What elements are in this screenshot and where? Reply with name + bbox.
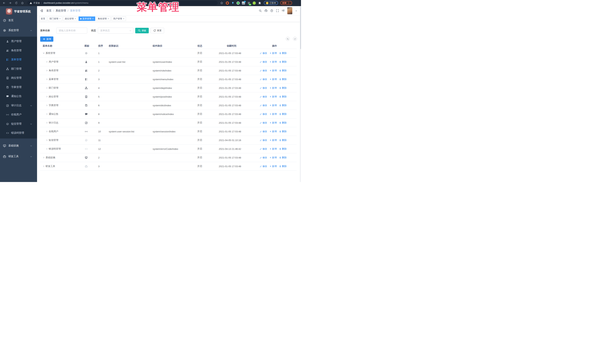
search-button[interactable]: 搜索 — [135, 28, 149, 33]
row-expand-expand-icon[interactable] — [46, 139, 48, 141]
header-search-icon[interactable] — [259, 9, 262, 12]
tab-0[interactable]: 首页 — [39, 16, 47, 21]
fullscreen-icon[interactable] — [276, 9, 279, 12]
row-expand-expand-icon[interactable] — [43, 156, 45, 159]
extension-on-badge-icon[interactable]: on — [247, 1, 250, 5]
sidebar-item-12[interactable]: 错误码管理 — [0, 129, 37, 137]
help-icon[interactable] — [270, 9, 273, 12]
app-logo[interactable]: 芋道管理系统 — [0, 6, 37, 17]
browser-home-icon[interactable] — [21, 1, 24, 5]
add-child-link[interactable]: 新增 — [269, 60, 277, 63]
edit-link[interactable]: 修改 — [260, 78, 267, 81]
browser-menu-dots-icon[interactable] — [287, 1, 290, 4]
row-expand-expand-icon[interactable] — [46, 148, 48, 150]
avatar[interactable] — [287, 7, 292, 14]
delete-link[interactable]: 删除 — [279, 78, 287, 81]
row-expand-expand-icon[interactable] — [46, 69, 48, 72]
font-size-icon[interactable]: TT — [282, 9, 285, 12]
add-button[interactable]: 新增 — [40, 36, 53, 42]
add-child-link[interactable]: 新增 — [269, 113, 277, 116]
profile-paused-badge[interactable]: 已暂停 — [264, 1, 278, 5]
status-select[interactable]: 菜单状态 — [98, 28, 133, 33]
github-icon[interactable] — [265, 9, 268, 12]
extension-frog-icon[interactable] — [253, 1, 256, 5]
add-child-link[interactable]: 新增 — [269, 69, 277, 72]
edit-link[interactable]: 修改 — [260, 113, 267, 116]
add-child-link[interactable]: 新增 — [269, 156, 277, 159]
delete-link[interactable]: 删除 — [279, 60, 287, 63]
add-child-link[interactable]: 新增 — [269, 121, 277, 125]
add-child-link[interactable]: 新增 — [269, 139, 277, 142]
row-expand-expand-icon[interactable] — [46, 104, 48, 106]
tab-4[interactable]: 角色管理× — [96, 16, 111, 21]
tab-close-icon[interactable]: × — [59, 18, 61, 20]
row-expand-expand-icon[interactable] — [46, 95, 48, 98]
add-child-link[interactable]: 新增 — [269, 78, 277, 81]
row-expand-expand-icon[interactable] — [46, 78, 48, 80]
add-child-link[interactable]: 新增 — [269, 165, 277, 168]
row-expand-expand-icon[interactable] — [46, 113, 48, 115]
add-child-link[interactable]: 新增 — [269, 104, 277, 107]
breadcrumb-item-1[interactable]: 系统管理 — [55, 9, 66, 12]
delete-link[interactable]: 删除 — [279, 139, 287, 142]
sidebar-item-4[interactable]: 菜单管理 — [0, 56, 37, 64]
add-child-link[interactable]: 新增 — [269, 130, 277, 133]
edit-link[interactable]: 修改 — [260, 130, 267, 133]
delete-link[interactable]: 删除 — [279, 121, 287, 125]
browser-update-button[interactable]: 更新 — [280, 1, 292, 5]
row-expand-expand-icon[interactable] — [46, 130, 48, 133]
sidebar-item-14[interactable]: 研发工具 — [0, 152, 37, 161]
tab-5[interactable]: 用户管理× — [111, 16, 126, 21]
sidebar-item-6[interactable]: 岗位管理 — [0, 74, 37, 82]
tab-close-icon[interactable]: × — [123, 18, 124, 20]
tab-2[interactable]: 岗位管理× — [63, 16, 78, 21]
sidebar-item-5[interactable]: 部门管理 — [0, 65, 37, 73]
extension-check-icon[interactable]: ✓ — [236, 1, 240, 5]
breadcrumb-item-0[interactable]: 首页 — [46, 9, 52, 12]
extension-orange-icon[interactable] — [226, 1, 229, 5]
tab-close-icon[interactable]: × — [92, 18, 94, 20]
browser-forward-icon[interactable] — [8, 1, 12, 5]
edit-link[interactable]: 修改 — [260, 86, 267, 90]
delete-link[interactable]: 删除 — [279, 130, 287, 133]
tab-3[interactable]: 菜单管理× — [78, 16, 95, 21]
refresh-table-button[interactable] — [293, 37, 297, 41]
edit-link[interactable]: 修改 — [260, 60, 267, 63]
sidebar-item-3[interactable]: 角色管理 — [0, 46, 37, 55]
reset-button[interactable]: 重置 — [150, 28, 164, 33]
delete-link[interactable]: 删除 — [279, 104, 287, 107]
row-expand-expand-icon[interactable] — [46, 122, 48, 124]
sidebar-item-9[interactable]: 审计日志 — [0, 102, 37, 110]
row-expand-expand-icon[interactable] — [43, 165, 45, 167]
delete-link[interactable]: 删除 — [279, 86, 287, 90]
edit-link[interactable]: 修改 — [260, 104, 267, 107]
row-expand-expand-icon[interactable] — [46, 61, 48, 63]
extension-gem-icon[interactable] — [231, 1, 234, 5]
avatar-caret-down-icon[interactable] — [295, 9, 297, 12]
edit-link[interactable]: 修改 — [260, 95, 267, 98]
delete-link[interactable]: 删除 — [279, 113, 287, 116]
browser-back-icon[interactable] — [2, 1, 6, 5]
tab-close-icon[interactable]: × — [108, 18, 109, 20]
extension-cards-icon[interactable] — [242, 1, 245, 5]
sidebar-item-11[interactable]: 短信管理 — [0, 120, 37, 128]
browser-reload-icon[interactable] — [14, 1, 18, 5]
edit-link[interactable]: 修改 — [260, 156, 267, 159]
edit-link[interactable]: 修改 — [260, 165, 267, 168]
edit-link[interactable]: 修改 — [260, 69, 267, 72]
delete-link[interactable]: 删除 — [279, 52, 287, 55]
sidebar-item-1[interactable]: 系统管理 — [0, 26, 37, 34]
add-child-link[interactable]: 新增 — [269, 86, 277, 90]
edit-link[interactable]: 修改 — [260, 121, 267, 125]
add-child-link[interactable]: 新增 — [269, 95, 277, 98]
sidebar-item-2[interactable]: 用户管理 — [0, 37, 37, 45]
delete-link[interactable]: 删除 — [279, 156, 287, 159]
toggle-search-button[interactable] — [286, 37, 290, 41]
edit-link[interactable]: 修改 — [260, 147, 267, 151]
delete-link[interactable]: 删除 — [279, 69, 287, 72]
row-expand-collapse-icon[interactable] — [43, 52, 45, 54]
add-child-link[interactable]: 新增 — [269, 52, 277, 55]
tab-1[interactable]: 部门管理× — [48, 16, 62, 21]
sidebar-item-13[interactable]: 基础设施 — [0, 142, 37, 150]
delete-link[interactable]: 删除 — [279, 165, 287, 168]
